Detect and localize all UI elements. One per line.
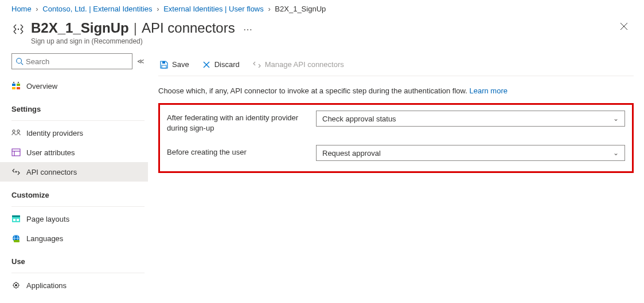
breadcrumb-link[interactable]: Contoso, Ltd. | External Identities [42, 5, 152, 13]
discard-icon [202, 60, 211, 69]
manage-api-connectors-button: Manage API connectors [251, 58, 345, 72]
flow-icon [11, 22, 25, 36]
svg-point-10 [18, 82, 19, 83]
sidebar-item-label: Overview [26, 82, 57, 90]
chevron-right-icon: › [268, 5, 270, 13]
page-header: B2X_1_SignUp | API connectors ⋯ Sign up … [0, 17, 644, 53]
sidebar-item-api-connectors[interactable]: API connectors [0, 162, 148, 182]
breadcrumb: Home › Contoso, Ltd. | External Identiti… [0, 0, 644, 17]
learn-more-link[interactable]: Learn more [469, 86, 507, 95]
toolbar: Save Discard Manage API connectors [158, 53, 634, 76]
api-connectors-icon [11, 167, 21, 176]
svg-rect-27 [162, 61, 165, 64]
breadcrumb-link[interactable]: Home [11, 5, 32, 13]
sidebar-item-identity-providers[interactable]: Identity providers [0, 123, 148, 143]
page-title-section: API connectors [142, 20, 235, 36]
search-field[interactable] [26, 57, 128, 66]
highlighted-form-region: After federating with an identity provid… [158, 103, 634, 173]
svg-rect-5 [12, 84, 15, 86]
sidebar-item-page-layouts[interactable]: Page layouts [0, 209, 148, 229]
search-icon [15, 57, 24, 65]
user-attributes-icon [11, 148, 21, 157]
svg-rect-20 [17, 219, 19, 221]
svg-rect-19 [13, 219, 15, 221]
svg-point-11 [13, 130, 15, 132]
page-layouts-icon [11, 214, 21, 223]
languages-icon [11, 234, 21, 243]
sidebar-item-label: User attributes [26, 148, 75, 157]
chevron-down-icon: ⌄ [613, 149, 619, 157]
svg-rect-18 [12, 215, 20, 217]
sidebar: ≪ Overview Settings Identity providers U… [0, 53, 148, 295]
save-button[interactable]: Save [158, 58, 190, 72]
page-subtitle: Sign up and sign in (Recommended) [31, 37, 615, 45]
form-row-after-federating: After federating with an identity provid… [167, 111, 625, 133]
after-federating-select[interactable]: Check approval status ⌄ [316, 111, 625, 127]
sidebar-group-settings: Settings [11, 96, 148, 118]
chevron-right-icon: › [36, 5, 38, 13]
chevron-right-icon: › [157, 5, 159, 13]
sidebar-group-use: Use [11, 248, 148, 270]
sidebar-item-languages[interactable]: Languages [0, 229, 148, 248]
form-row-before-creating: Before creating the user Request approva… [167, 145, 625, 161]
main-content: Save Discard Manage API connectors Choos… [148, 53, 644, 295]
manage-icon [252, 60, 261, 69]
svg-point-3 [17, 58, 22, 64]
discard-button[interactable]: Discard [201, 58, 241, 72]
chevron-down-icon: ⌄ [613, 115, 619, 123]
svg-point-12 [17, 130, 19, 132]
intro-text: Choose which, if any, API connector to i… [158, 76, 634, 103]
overview-icon [11, 81, 21, 90]
svg-line-4 [21, 63, 24, 65]
sidebar-item-label: Identity providers [26, 129, 83, 137]
svg-point-26 [15, 285, 17, 286]
breadcrumb-link[interactable]: External Identities | User flows [163, 5, 264, 13]
collapse-sidebar-button[interactable]: ≪ [137, 57, 145, 65]
page-title: B2X_1_SignUp [31, 20, 129, 36]
close-button[interactable] [615, 20, 633, 35]
svg-rect-8 [17, 87, 20, 89]
svg-point-16 [15, 171, 17, 172]
save-icon [159, 60, 169, 69]
svg-rect-6 [17, 84, 20, 86]
sidebar-item-label: Applications [26, 281, 67, 290]
sidebar-item-label: API connectors [26, 168, 77, 176]
select-value: Check approval status [322, 115, 396, 123]
identity-providers-icon [11, 128, 21, 137]
sidebar-item-applications[interactable]: Applications [0, 276, 148, 295]
svg-rect-7 [12, 87, 15, 89]
sidebar-group-customize: Customize [11, 182, 148, 204]
svg-rect-24 [14, 240, 19, 242]
breadcrumb-current: B2X_1_SignUp [275, 5, 326, 13]
form-label: Before creating the user [167, 145, 316, 158]
svg-point-9 [13, 82, 14, 83]
svg-rect-13 [12, 149, 20, 156]
sidebar-item-label: Page layouts [26, 215, 69, 223]
svg-rect-28 [162, 65, 166, 68]
search-input[interactable] [11, 53, 132, 69]
before-creating-select[interactable]: Request approval ⌄ [316, 145, 625, 161]
select-value: Request approval [322, 149, 381, 158]
sidebar-item-overview[interactable]: Overview [0, 76, 148, 96]
more-icon[interactable]: ⋯ [243, 24, 253, 35]
applications-icon [11, 281, 21, 290]
svg-point-0 [18, 29, 19, 30]
form-label: After federating with an identity provid… [167, 111, 316, 133]
sidebar-item-user-attributes[interactable]: User attributes [0, 143, 148, 162]
sidebar-item-label: Languages [26, 234, 63, 243]
